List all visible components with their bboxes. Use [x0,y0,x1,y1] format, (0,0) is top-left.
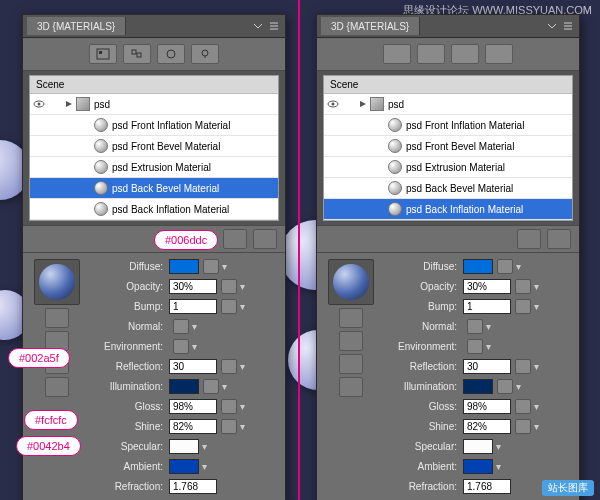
refraction-input[interactable]: 1.768 [463,479,511,494]
material-icon [94,160,108,174]
gloss-input[interactable]: 98% [169,399,217,414]
ambient-swatch[interactable] [169,459,199,474]
tab-3d-materials[interactable]: 3D {MATERIALS} [27,17,126,35]
tree-material-row[interactable]: psd Extrusion Material [324,157,572,178]
preset-picker-button[interactable] [339,308,363,328]
filter-scene-button[interactable] [383,44,411,64]
tree-material-row[interactable]: psd Front Bevel Material [30,136,278,157]
filter-scene-button[interactable] [89,44,117,64]
filter-lights-button[interactable] [485,44,513,64]
callout-ambient-hex: #0042b4 [16,436,81,456]
texture-menu-icon[interactable] [515,399,531,414]
materials-panel-right: 3D {MATERIALS} Scene psd psd Front Infla… [316,14,580,500]
illumination-swatch[interactable] [463,379,493,394]
delete-icon[interactable] [547,229,571,249]
reflection-input[interactable]: 30 [169,359,217,374]
texture-menu-icon[interactable] [221,359,237,374]
tree-material-row[interactable]: psd Back Bevel Material [324,178,572,199]
svg-rect-3 [137,53,141,57]
texture-menu-icon[interactable] [515,279,531,294]
tab-3d-materials[interactable]: 3D {MATERIALS} [321,17,420,35]
tree-material-row[interactable]: psd Extrusion Material [30,157,278,178]
bump-input[interactable]: 1 [169,299,217,314]
filter-materials-button[interactable] [451,44,479,64]
reflection-label: Reflection: [85,361,169,372]
scene-tree: Scene psd psd Front Inflation Material p… [29,75,279,221]
disclosure-triangle-icon[interactable] [64,99,74,109]
scene-header[interactable]: Scene [324,76,572,94]
visibility-icon[interactable] [32,97,48,111]
tree-root-row[interactable]: psd [30,94,278,115]
filter-meshes-button[interactable] [123,44,151,64]
filter-lights-button[interactable] [191,44,219,64]
texture-menu-icon[interactable] [173,339,189,354]
ambient-label: Ambient: [85,461,169,472]
diffuse-swatch[interactable] [169,259,199,274]
texture-menu-icon[interactable] [515,419,531,434]
material-icon [388,139,402,153]
texture-menu-icon[interactable] [467,319,483,334]
tree-material-row-selected[interactable]: psd Back Inflation Material [324,199,572,220]
collapse-icon[interactable] [547,21,557,31]
gloss-label: Gloss: [85,401,169,412]
tree-material-row[interactable]: psd Front Inflation Material [324,115,572,136]
texture-menu-icon[interactable] [497,379,513,394]
material-preview[interactable] [328,259,374,305]
mesh-icon [370,97,384,111]
tree-material-row-selected[interactable]: psd Back Bevel Material [30,178,278,199]
material-preview[interactable] [34,259,80,305]
reflection-input[interactable]: 30 [463,359,511,374]
refraction-input[interactable]: 1.768 [169,479,217,494]
tree-material-row[interactable]: psd Back Inflation Material [30,199,278,220]
visibility-icon[interactable] [326,97,342,111]
ambient-swatch[interactable] [463,459,493,474]
opacity-input[interactable]: 30% [169,279,217,294]
tree-root-row[interactable]: psd [324,94,572,115]
texture-menu-icon[interactable] [203,379,219,394]
filter-meshes-button[interactable] [417,44,445,64]
preset-picker-button[interactable] [45,308,69,328]
specular-swatch[interactable] [463,439,493,454]
tree-material-row[interactable]: psd Front Inflation Material [30,115,278,136]
material-properties: Diffuse:▾ Opacity:30%▾ Bump:1▾ Normal:▾ … [23,253,285,500]
tree-material-row[interactable]: psd Front Bevel Material [324,136,572,157]
shine-input[interactable]: 82% [463,419,511,434]
tool-button[interactable] [339,331,363,351]
filter-materials-button[interactable] [157,44,185,64]
scene-tree: Scene psd psd Front Inflation Material p… [323,75,573,221]
disclosure-triangle-icon[interactable] [358,99,368,109]
tool-button[interactable] [45,377,69,397]
new-layer-icon[interactable] [223,229,247,249]
texture-menu-icon[interactable] [221,419,237,434]
texture-menu-icon[interactable] [515,359,531,374]
opacity-input[interactable]: 30% [463,279,511,294]
diffuse-swatch[interactable] [463,259,493,274]
collapse-icon[interactable] [253,21,263,31]
specular-swatch[interactable] [169,439,199,454]
diffuse-label: Diffuse: [85,261,169,272]
delete-icon[interactable] [253,229,277,249]
bump-input[interactable]: 1 [463,299,511,314]
texture-menu-icon[interactable] [515,299,531,314]
texture-menu-icon[interactable] [467,339,483,354]
scene-header[interactable]: Scene [30,76,278,94]
tool-button[interactable] [339,377,363,397]
gloss-input[interactable]: 98% [463,399,511,414]
new-layer-icon[interactable] [517,229,541,249]
texture-menu-icon[interactable] [203,259,219,274]
opacity-label: Opacity: [85,281,169,292]
texture-menu-icon[interactable] [221,399,237,414]
texture-menu-icon[interactable] [497,259,513,274]
illumination-swatch[interactable] [169,379,199,394]
material-icon [94,139,108,153]
panel-menu-icon[interactable] [269,21,279,31]
panel-menu-icon[interactable] [563,21,573,31]
texture-menu-icon[interactable] [221,299,237,314]
tool-button[interactable] [339,354,363,374]
panel-tabbar: 3D {MATERIALS} [317,15,579,38]
material-icon [94,181,108,195]
shine-input[interactable]: 82% [169,419,217,434]
texture-menu-icon[interactable] [173,319,189,334]
texture-menu-icon[interactable] [221,279,237,294]
material-icon [388,118,402,132]
